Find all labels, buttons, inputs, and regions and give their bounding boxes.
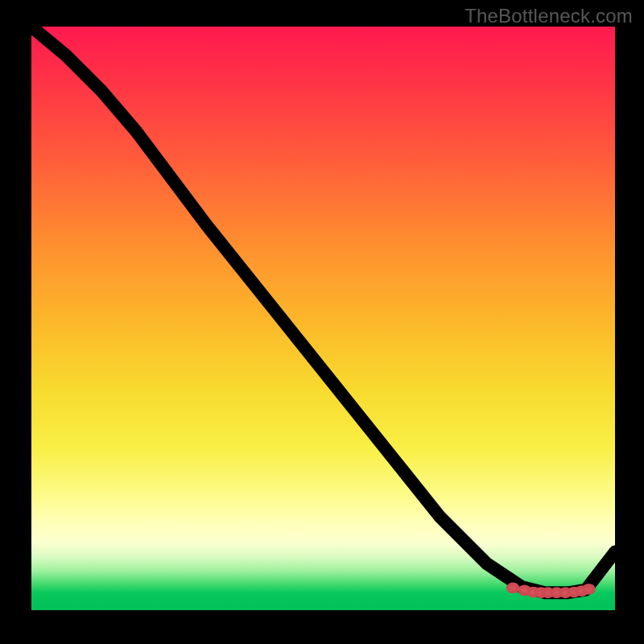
chart-frame: TheBottleneck.com bbox=[0, 0, 644, 644]
optimal-range-dots bbox=[508, 584, 594, 597]
chart-svg bbox=[31, 27, 615, 610]
bottleneck-curve bbox=[31, 27, 615, 592]
watermark-text: TheBottleneck.com bbox=[464, 5, 633, 27]
optimal-dot bbox=[584, 585, 593, 592]
plot-area bbox=[31, 27, 615, 610]
optimal-dot bbox=[508, 584, 518, 592]
